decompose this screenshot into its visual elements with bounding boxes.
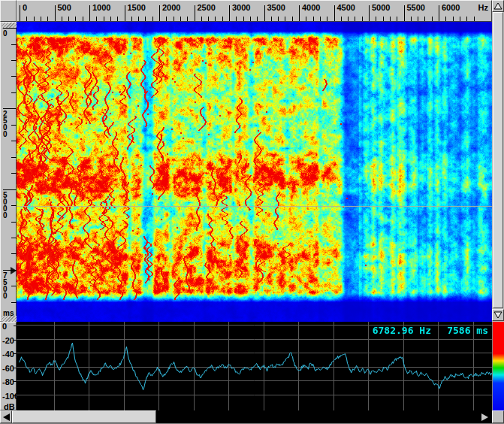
freq-minor-tick: [104, 17, 104, 21]
freq-minor-tick: [376, 17, 376, 21]
db-tick-label: 0: [2, 322, 7, 331]
freq-major-tick: [264, 5, 265, 21]
freq-minor-tick: [180, 17, 181, 21]
freq-tick-label: 1500: [128, 3, 146, 12]
freq-minor-tick: [222, 17, 223, 21]
freq-minor-tick: [236, 17, 237, 21]
freq-minor-tick: [292, 17, 293, 21]
freq-minor-tick: [355, 17, 355, 21]
freq-minor-tick: [285, 17, 285, 21]
freq-minor-tick: [411, 17, 412, 21]
freq-minor-tick: [271, 17, 272, 21]
frequency-unit-label: Hz: [478, 3, 488, 12]
frequency-ruler: Hz 0500100015002000250030003500400045005…: [17, 0, 492, 22]
freq-minor-tick: [41, 17, 41, 21]
freq-minor-tick: [445, 17, 446, 21]
freq-major-tick: [369, 5, 370, 21]
time-cursor-line: [17, 206, 492, 207]
freq-tick-label: 3500: [267, 3, 285, 12]
freq-minor-tick: [383, 17, 384, 21]
scroll-down-button[interactable]: [492, 309, 504, 321]
vertical-scrollbar-thumb[interactable]: [493, 12, 503, 308]
freq-tick-label: 4500: [337, 3, 355, 12]
freq-tick-label: 0: [23, 3, 27, 12]
time-major-tick: [3, 189, 17, 190]
freq-minor-tick: [278, 17, 279, 21]
time-cursor-marker-arrow[interactable]: [11, 267, 17, 274]
freq-minor-tick: [424, 17, 425, 21]
freq-minor-tick: [243, 17, 244, 21]
time-ruler: ms 02 5 0 05 0 0 07 5 0 0: [0, 22, 17, 322]
time-minor-tick: [11, 302, 17, 303]
freq-tick-label: 5000: [372, 3, 390, 12]
freq-minor-tick: [474, 17, 475, 21]
freq-minor-tick: [453, 17, 454, 21]
db-ruler: dB 0-20-40-60-80-100: [0, 322, 17, 410]
freq-minor-tick: [152, 17, 153, 21]
freq-minor-tick: [47, 17, 48, 21]
freq-minor-tick: [208, 17, 209, 21]
scroll-right-button[interactable]: [478, 410, 492, 423]
freq-minor-tick: [362, 17, 363, 21]
freq-minor-tick: [117, 17, 118, 21]
time-minor-tick: [11, 76, 17, 77]
freq-major-tick: [89, 5, 90, 21]
freq-minor-tick: [320, 17, 321, 21]
scroll-left-button[interactable]: [0, 410, 12, 423]
freq-tick-label: 2000: [162, 3, 180, 12]
freq-minor-tick: [215, 17, 216, 21]
right-arrow-icon: [481, 413, 488, 421]
freq-major-tick: [159, 5, 160, 21]
freq-tick-label: 1000: [92, 3, 110, 12]
freq-major-tick: [20, 5, 20, 21]
freq-minor-tick: [460, 17, 460, 21]
freq-minor-tick: [174, 17, 174, 21]
db-tick-label: -80: [2, 377, 14, 386]
freq-minor-tick: [418, 17, 418, 21]
time-tick-label: 7 5 0 0: [3, 272, 8, 299]
freq-minor-tick: [62, 17, 62, 21]
freq-minor-tick: [138, 17, 139, 21]
freq-minor-tick: [397, 17, 397, 21]
freq-minor-tick: [166, 17, 167, 21]
freq-tick-label: 500: [58, 3, 71, 12]
freq-minor-tick: [26, 17, 27, 21]
spectrogram-canvas[interactable]: [17, 22, 492, 322]
db-tick-label: -20: [2, 336, 14, 345]
freq-minor-tick: [313, 17, 314, 21]
freq-minor-tick: [306, 17, 306, 21]
freq-tick-label: 4000: [302, 3, 320, 12]
freq-major-tick: [55, 5, 56, 21]
freq-minor-tick: [348, 17, 349, 21]
time-minor-tick: [11, 60, 17, 61]
time-major-tick: [3, 28, 17, 29]
freq-tick-label: 6000: [442, 3, 460, 12]
freq-major-tick: [125, 5, 125, 21]
vertical-scrollbar[interactable]: [492, 0, 504, 322]
left-arrow-icon: [3, 413, 10, 421]
freq-major-tick: [229, 5, 230, 21]
time-minor-tick: [11, 238, 17, 238]
horizontal-scrollbar[interactable]: [0, 410, 504, 423]
frequency-readout: 6782.96 Hz: [373, 325, 431, 336]
freq-minor-tick: [250, 17, 251, 21]
freq-major-tick: [439, 5, 439, 21]
ruler-corner-box: [0, 0, 17, 22]
time-major-tick: [3, 108, 17, 109]
freq-minor-tick: [145, 17, 146, 21]
time-unit-label: ms: [3, 309, 14, 317]
time-minor-tick: [11, 205, 17, 206]
freq-tick-label: 5500: [407, 3, 425, 12]
time-minor-tick: [11, 157, 17, 158]
freq-minor-tick: [83, 17, 83, 21]
freq-minor-tick: [68, 17, 69, 21]
freq-minor-tick: [432, 17, 433, 21]
time-major-tick: [3, 270, 17, 271]
horizontal-scrollbar-thumb[interactable]: [12, 410, 156, 423]
scroll-up-button[interactable]: [492, 0, 504, 12]
time-minor-tick: [11, 222, 17, 223]
freq-minor-tick: [341, 17, 342, 21]
time-minor-tick: [11, 44, 17, 45]
db-tick-label: -60: [2, 364, 14, 373]
freq-minor-tick: [131, 17, 132, 21]
